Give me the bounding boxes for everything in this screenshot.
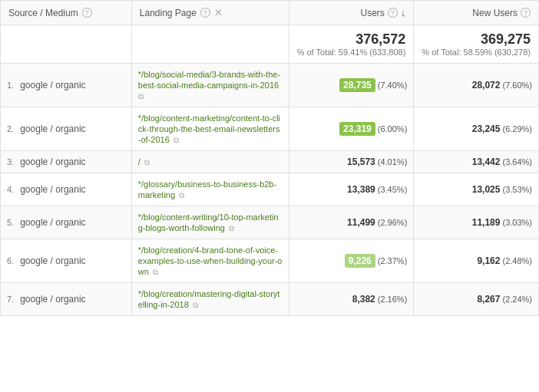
new-users-value: 13,442 (472, 156, 501, 167)
users-cell: 9,226(2.37%) (289, 239, 414, 283)
landing-link[interactable]: */blog/content-writing/10-top-marketing-… (138, 212, 279, 232)
table-row: 5.google / organic*/blog/content-writing… (1, 206, 539, 239)
new-users-cell: 23,245(6.29%) (414, 107, 539, 151)
totals-source-empty (1, 25, 132, 64)
landing-link[interactable]: */blog/creation/mastering-digital-storyt… (138, 289, 280, 309)
users-value: 13,389 (347, 184, 375, 195)
source-value: google / organic (20, 124, 85, 134)
totals-row: 376,572 % of Total: 59.41% (633,808) 369… (1, 25, 539, 64)
new-users-pct: (2.24%) (502, 295, 532, 304)
users-pct: (2.16%) (378, 295, 408, 304)
users-pct: (7.40%) (378, 81, 408, 90)
new-users-cell: 11,189(3.03%) (414, 206, 539, 239)
users-value: 9,226 (345, 254, 375, 268)
users-help-icon[interactable]: ? (388, 8, 398, 18)
landing-cell: */blog/creation/4-brand-tone-of-voice-ex… (131, 239, 289, 283)
landing-page-header: Landing Page ? ✕ (131, 1, 289, 25)
row-number: 6. (7, 256, 14, 265)
source-help-icon[interactable]: ? (82, 8, 92, 18)
table-row: 3.google / organic/ ⧉15,573(4.01%)13,442… (1, 151, 539, 173)
landing-link[interactable]: */blog/social-media/3-brands-with-the-be… (138, 70, 280, 90)
landing-link[interactable]: */glossary/business-to-business-b2b-mark… (138, 180, 276, 199)
source-cell: 1.google / organic (1, 64, 132, 107)
external-link-icon: ⧉ (138, 92, 144, 100)
users-value: 8,382 (352, 294, 375, 305)
new-users-header: New Users ? (414, 1, 539, 25)
external-link-icon: ⧉ (190, 301, 198, 309)
totals-landing-empty (131, 25, 289, 64)
new-users-pct: (3.03%) (502, 218, 532, 227)
landing-help-icon[interactable]: ? (200, 8, 210, 18)
sort-icon[interactable]: ↓ (401, 7, 406, 18)
landing-link[interactable]: / (138, 157, 141, 166)
landing-cell: */blog/creation/mastering-digital-storyt… (131, 283, 289, 316)
source-cell: 2.google / organic (1, 107, 132, 151)
new-users-value: 11,189 (472, 217, 501, 228)
table-row: 7.google / organic*/blog/creation/master… (1, 283, 539, 316)
new-users-pct: (6.29%) (502, 124, 532, 133)
new-users-cell: 9,162(2.48%) (414, 239, 539, 283)
source-value: google / organic (20, 255, 85, 266)
external-link-icon: ⧉ (171, 136, 179, 144)
landing-link[interactable]: */blog/creation/4-brand-tone-of-voice-ex… (138, 245, 283, 276)
users-pct: (4.01%) (378, 157, 408, 166)
new-users-pct: (2.48%) (502, 256, 532, 265)
new-users-cell: 28,072(7.60%) (414, 64, 539, 107)
users-pct: (3.45%) (378, 185, 408, 194)
users-cell: 13,389(3.45%) (289, 173, 414, 206)
source-value: google / organic (20, 80, 85, 91)
new-users-label: New Users (472, 8, 518, 18)
new-users-value: 28,072 (472, 80, 501, 91)
users-cell: 28,735(7.40%) (289, 64, 414, 107)
source-cell: 6.google / organic (1, 239, 132, 283)
external-link-icon: ⧉ (227, 224, 234, 232)
external-link-icon: ⧉ (150, 268, 158, 276)
external-link-icon: ⧉ (177, 191, 184, 199)
new-users-pct: (3.64%) (502, 157, 532, 166)
totals-users-sub: % of Total: 59.41% (633,808) (297, 48, 406, 57)
source-medium-header: Source / Medium ? (1, 1, 132, 25)
table-row: 6.google / organic*/blog/creation/4-bran… (1, 239, 539, 283)
new-users-pct: (3.53%) (502, 185, 532, 194)
source-value: google / organic (20, 184, 85, 195)
users-value: 15,573 (347, 156, 375, 167)
source-medium-label: Source / Medium (8, 8, 78, 18)
row-number: 1. (7, 81, 14, 90)
users-pct: (6.00%) (378, 124, 408, 133)
users-value: 23,319 (339, 122, 375, 136)
source-value: google / organic (20, 156, 85, 167)
new-users-cell: 8,267(2.24%) (414, 283, 539, 316)
source-cell: 3.google / organic (1, 151, 132, 173)
row-number: 4. (7, 185, 14, 194)
users-header: Users ? ↓ (289, 1, 414, 25)
row-number: 7. (7, 295, 14, 304)
table-row: 1.google / organic*/blog/social-media/3-… (1, 64, 539, 107)
totals-users-value: 376,572 (297, 31, 406, 48)
new-users-value: 13,025 (472, 184, 501, 195)
source-value: google / organic (20, 294, 85, 305)
external-link-icon: ⧉ (142, 158, 150, 166)
new-users-value: 23,245 (472, 124, 501, 134)
new-users-cell: 13,442(3.64%) (414, 151, 539, 173)
landing-close-icon[interactable]: ✕ (214, 7, 223, 18)
new-users-value: 8,267 (477, 294, 500, 305)
landing-cell: */glossary/business-to-business-b2b-mark… (131, 173, 289, 206)
landing-cell: */blog/content-writing/10-top-marketing-… (131, 206, 289, 239)
landing-page-label: Landing Page (140, 8, 197, 18)
totals-new-users-sub: % of Total: 58.59% (630,278) (422, 48, 531, 57)
analytics-table: Source / Medium ? Landing Page ? ✕ Users… (0, 0, 539, 316)
landing-link[interactable]: */blog/content-marketing/content-to-clic… (138, 114, 280, 144)
new-users-cell: 13,025(3.53%) (414, 173, 539, 206)
table-row: 2.google / organic*/blog/content-marketi… (1, 107, 539, 151)
users-pct: (2.37%) (378, 256, 408, 265)
table-row: 4.google / organic*/glossary/business-to… (1, 173, 539, 206)
source-value: google / organic (20, 217, 85, 228)
new-users-help-icon[interactable]: ? (521, 8, 531, 18)
users-cell: 15,573(4.01%) (289, 151, 414, 173)
users-value: 28,735 (339, 78, 375, 92)
table-header: Source / Medium ? Landing Page ? ✕ Users… (1, 1, 539, 25)
new-users-pct: (7.60%) (502, 81, 532, 90)
totals-new-users-value: 369,275 (422, 31, 531, 48)
source-cell: 5.google / organic (1, 206, 132, 239)
landing-cell: / ⧉ (131, 151, 289, 173)
